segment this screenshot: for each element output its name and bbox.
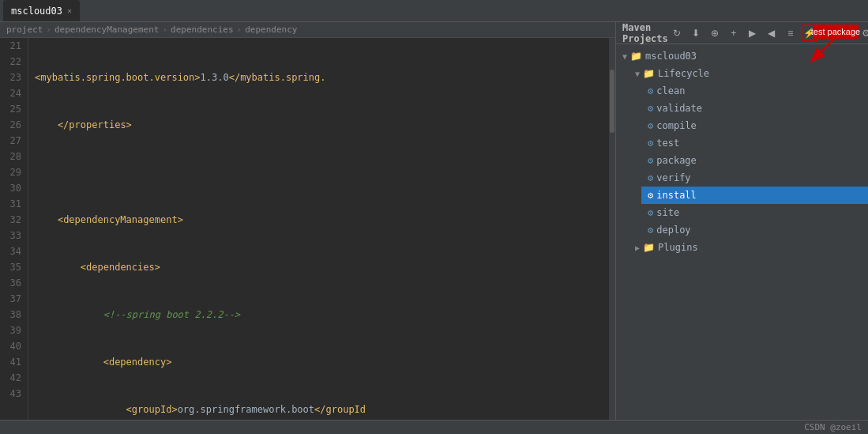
plugins-folder-icon: 📁 (643, 242, 655, 253)
lifecycle-compile[interactable]: ⚙ compile (641, 117, 868, 134)
lifecycle-label: Lifecycle (658, 68, 709, 79)
lifecycle-deploy[interactable]: ⚙ deploy (641, 221, 868, 239)
gear-icon-verify: ⚙ (648, 172, 653, 183)
line-numbers: 21 22 23 24 25 26 27 28 29 30 31 32 33 3… (0, 38, 28, 420)
code-line-27: <dependency> (35, 354, 603, 370)
main-layout: project › dependencyManagement › depende… (0, 22, 868, 420)
code-line-24: <dependencyManagement> (35, 212, 603, 228)
maven-reimport-btn[interactable]: ↻ (668, 25, 686, 42)
code-line-25: <dependencies> (35, 259, 603, 275)
code-line-26: <!--spring boot 2.2.2--> (35, 307, 603, 323)
maven-download-btn[interactable]: ⬇ (687, 25, 705, 42)
svg-text:test package: test package (811, 27, 860, 36)
tab-bar: mscloud03 ✕ (0, 0, 868, 22)
lifecycle-items: ⚙ clean ⚙ validate ⚙ compile ⚙ test (629, 82, 868, 239)
breadcrumb-dependency[interactable]: dependency (245, 25, 297, 35)
validate-label: validate (656, 103, 702, 114)
maven-add-btn[interactable]: + (725, 25, 742, 42)
code-line-23 (35, 164, 603, 180)
lifecycle-clean[interactable]: ⚙ clean (641, 82, 868, 100)
gear-icon-deploy: ⚙ (648, 225, 653, 236)
scroll-indicator[interactable] (609, 38, 615, 420)
tab-close-icon[interactable]: ✕ (67, 6, 72, 15)
gear-icon-site: ⚙ (648, 207, 653, 218)
lifecycle-site[interactable]: ⚙ site (641, 204, 868, 221)
tab-mscloud03[interactable]: mscloud03 ✕ (3, 0, 80, 21)
site-label: site (656, 207, 679, 218)
plugins-label: Plugins (658, 242, 698, 253)
lifecycle-test[interactable]: ⚙ test (641, 134, 868, 152)
maven-panel: Maven Projects ↻ ⬇ ⊕ + ▶ ◀ ≡ ⚡ ⊞ ⊟ ⚙ (615, 22, 868, 420)
code-line-21: <mybatis.spring.boot.version>1.3.0</myba… (35, 70, 603, 85)
maven-run-btn[interactable]: ▶ (744, 25, 761, 42)
compile-label: compile (656, 120, 697, 131)
tree-plugins[interactable]: ▶ 📁 Plugins (629, 239, 868, 256)
lifecycle-validate[interactable]: ⚙ validate (641, 100, 868, 117)
red-arrow-annotation: test package (765, 25, 860, 72)
project-icon: 📁 (630, 51, 642, 62)
gear-icon-compile: ⚙ (648, 120, 653, 131)
maven-panel-title: Maven Projects (622, 22, 668, 44)
gear-icon-package: ⚙ (648, 155, 653, 166)
status-bar: CSDN @zoeil (0, 420, 868, 434)
tab-label: mscloud03 (11, 6, 62, 17)
scroll-thumb[interactable] (610, 70, 614, 133)
breadcrumb-dependencymanagement[interactable]: dependencyManagement (54, 25, 159, 35)
breadcrumb-dependencies[interactable]: dependencies (171, 25, 233, 35)
gear-icon-test: ⚙ (648, 138, 653, 149)
lifecycle-package[interactable]: ⚙ package (641, 152, 868, 169)
gear-icon-validate: ⚙ (648, 103, 653, 114)
deploy-label: deploy (656, 225, 690, 236)
lifecycle-install[interactable]: ⚙ install (641, 187, 868, 204)
plugins-expand-icon: ▶ (635, 243, 640, 252)
editor-content[interactable]: 21 22 23 24 25 26 27 28 29 30 31 32 33 3… (0, 38, 615, 420)
tree-expand-icon: ▼ (622, 52, 627, 61)
maven-generate-btn[interactable]: ⊕ (706, 25, 723, 42)
gear-icon-install: ⚙ (648, 190, 653, 201)
lifecycle-verify[interactable]: ⚙ verify (641, 169, 868, 187)
lifecycle-expand-icon: ▼ (635, 70, 640, 78)
maven-tree[interactable]: ▼ 📁 mscloud03 ▼ 📁 Lifecycle ⚙ clean (616, 44, 868, 420)
code-lines[interactable]: <mybatis.spring.boot.version>1.3.0</myba… (28, 38, 609, 420)
editor-area: project › dependencyManagement › depende… (0, 22, 615, 420)
code-line-28: <groupId>org.springframework.boot</group… (35, 402, 603, 417)
install-label: install (656, 190, 697, 201)
tree-root-label: mscloud03 (645, 51, 697, 62)
package-label: package (656, 155, 697, 166)
lifecycle-folder-icon: 📁 (643, 68, 655, 79)
attribution: CSDN @zoeil (804, 422, 862, 432)
code-line-22: </properties> (35, 117, 603, 133)
lifecycle-section: ▼ 📁 Lifecycle ⚙ clean ⚙ validate ⚙ (616, 65, 868, 256)
breadcrumb-project[interactable]: project (6, 25, 43, 35)
verify-label: verify (656, 172, 690, 183)
clean-label: clean (656, 85, 685, 96)
breadcrumb: project › dependencyManagement › depende… (0, 22, 615, 38)
gear-icon-clean: ⚙ (648, 85, 653, 96)
test-label: test (656, 138, 679, 149)
